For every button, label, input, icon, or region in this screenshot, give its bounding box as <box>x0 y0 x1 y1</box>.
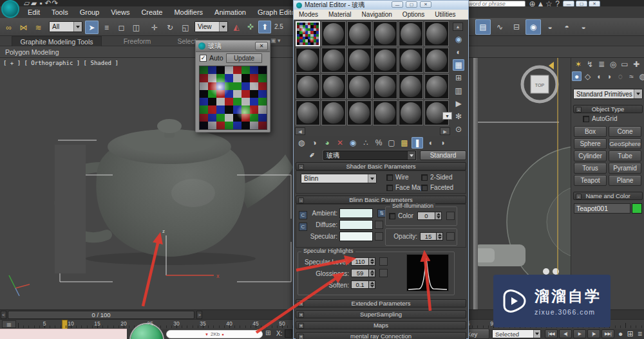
time-marker[interactable] <box>62 320 68 329</box>
scroll-right-icon[interactable]: ▶ <box>440 127 450 135</box>
curve-editor-icon[interactable]: ∿ <box>492 19 507 35</box>
specular-level-field[interactable]: 110 <box>351 257 369 266</box>
name-color-rollout[interactable]: -Name and Color <box>573 192 643 200</box>
create-tab-icon[interactable]: ✶ <box>573 59 583 69</box>
soften-spinner[interactable] <box>369 280 375 289</box>
menu-group[interactable]: Group <box>74 8 106 16</box>
slot-options-dropdown-icon[interactable]: ▼ <box>442 112 452 120</box>
modify-tab-icon[interactable]: ↯ <box>585 59 595 69</box>
coord-system-dropdown[interactable]: View <box>194 21 228 32</box>
mini-listener-icon[interactable]: ≡ <box>636 329 644 338</box>
open-mini-curve-icon[interactable]: ▦ <box>2 320 16 328</box>
motion-tab-icon[interactable]: ◎ <box>608 59 618 69</box>
shapes-category-icon[interactable]: ◇ <box>583 71 592 81</box>
pattern-background-icon[interactable]: ▩ <box>399 137 410 149</box>
faceted-checkbox[interactable] <box>421 185 428 191</box>
mental-ray-connection-rollout[interactable]: +mental ray Connection <box>296 332 466 339</box>
material-editor-titlebar[interactable]: Material Editor - 玻璃 — ▢ ✕ <box>294 1 468 10</box>
render-iterative-icon[interactable]: ◒ <box>576 19 591 35</box>
geosphere-button[interactable]: GeoSphere <box>609 138 641 149</box>
spacewarps-category-icon[interactable]: ≈ <box>627 71 636 81</box>
next-frame-button[interactable]: |▶ <box>587 329 600 338</box>
viewport-splitter[interactable] <box>473 58 478 309</box>
viewport-label[interactable]: [ + ] [ Orthographic ] [ Shaded ] <box>3 60 118 66</box>
lock-diffuse-specular-icon[interactable]: C <box>299 223 307 231</box>
specular-level-spinner[interactable] <box>369 257 375 266</box>
redo-icon[interactable]: ↷ <box>52 1 58 6</box>
menu-animation[interactable]: Animation <box>209 8 252 16</box>
material-name-dropdown[interactable]: 玻璃 <box>323 151 416 160</box>
systems-category-icon[interactable]: ◍ <box>638 71 644 81</box>
time-config-icon[interactable]: ⊞ <box>626 329 634 338</box>
mirror-icon[interactable]: ◭ <box>230 21 243 33</box>
pick-material-eyedropper-icon[interactable]: ✒ <box>307 149 318 160</box>
geometry-category-icon[interactable]: ● <box>572 71 582 81</box>
box-button[interactable]: Box <box>574 126 607 137</box>
glossiness-spinner[interactable] <box>369 269 375 277</box>
shader-basic-rollout[interactable]: -Shader Basic Parameters <box>296 162 466 170</box>
select-and-manipulate-icon[interactable]: ✜ <box>244 21 257 33</box>
background-icon[interactable]: ▦ <box>453 59 464 71</box>
open-file-icon[interactable]: ▰ <box>31 1 37 6</box>
viewport-top[interactable]: TOP <box>478 58 571 309</box>
window-crossing-icon[interactable]: ◫ <box>129 21 143 34</box>
close-icon[interactable]: ✕ <box>420 1 431 8</box>
prev-frame-button[interactable]: ◀| <box>559 329 572 338</box>
menu-modifiers[interactable]: Modifiers <box>168 8 209 16</box>
material-slot[interactable] <box>373 48 397 73</box>
scroll-up-icon[interactable]: ▲ <box>453 23 463 31</box>
wire-checkbox[interactable] <box>386 174 393 181</box>
make-unique-icon[interactable]: ◉ <box>347 137 359 149</box>
backlight-icon[interactable]: ◐ <box>453 46 464 58</box>
blinn-basic-rollout[interactable]: -Blinn Basic Parameters <box>296 196 466 204</box>
x-coord-field[interactable] <box>285 329 292 338</box>
ambient-color-swatch[interactable] <box>339 208 373 218</box>
close-icon[interactable]: ✕ <box>255 42 268 50</box>
render-production-icon[interactable]: ◓ <box>559 19 574 35</box>
teapot-button[interactable]: Teapot <box>574 175 607 186</box>
show-background-icon[interactable]: ▢ <box>386 137 397 149</box>
object-color-swatch[interactable] <box>632 203 642 214</box>
utilities-tab-icon[interactable]: ✚ <box>631 59 641 69</box>
update-button[interactable]: Update <box>226 53 262 63</box>
undo-icon[interactable]: ↶ <box>45 1 51 6</box>
torus-button[interactable]: Torus <box>574 163 607 174</box>
frame-forward-button[interactable]: > <box>196 311 202 319</box>
material-slot[interactable] <box>424 74 449 99</box>
glossiness-field[interactable]: 59 <box>351 269 369 277</box>
put-to-library-icon[interactable]: ∴ <box>360 137 372 149</box>
material-slot[interactable] <box>399 48 423 73</box>
menu-modes[interactable]: Modes <box>294 11 323 18</box>
sphere-button[interactable]: Sphere <box>574 138 607 149</box>
put-to-scene-icon[interactable]: ◑ <box>308 137 320 149</box>
material-slot[interactable] <box>296 48 320 73</box>
material-id-channel-icon[interactable]: % <box>373 137 384 149</box>
lock-ambient-diffuse-icon[interactable]: C <box>299 211 307 219</box>
tab-freeform[interactable]: Freeform <box>113 36 162 46</box>
snap-toggle[interactable]: 2.5 <box>274 23 283 30</box>
max-logo-icon[interactable] <box>1 0 19 18</box>
self-illum-color-checkbox[interactable] <box>389 213 395 219</box>
menu-options[interactable]: Options <box>397 11 430 18</box>
new-scene-icon[interactable]: ▱ <box>24 1 30 6</box>
specular-map-button[interactable] <box>375 232 383 241</box>
frame-back-button[interactable]: < <box>1 311 6 319</box>
show-end-result-icon[interactable]: ❚ <box>412 137 423 149</box>
schematic-view-icon[interactable]: ⊟ <box>509 19 524 35</box>
auto-checkbox[interactable]: ✓ <box>200 55 207 62</box>
material-slot[interactable] <box>321 74 346 99</box>
unlink-selection-icon[interactable]: ⋈ <box>17 21 30 34</box>
diffuse-map-button[interactable] <box>375 221 383 229</box>
key-filter-icon[interactable]: ● <box>616 329 625 338</box>
material-slot[interactable] <box>347 74 372 99</box>
helpers-category-icon[interactable]: ◌ <box>616 71 625 81</box>
menu-edit[interactable]: Edit <box>22 8 46 16</box>
two-sided-checkbox[interactable] <box>421 174 428 181</box>
rectangular-region-icon[interactable]: ◻ <box>115 21 128 34</box>
material-slot[interactable] <box>347 48 372 73</box>
material-slot[interactable] <box>399 74 423 99</box>
select-and-rotate-icon[interactable]: ↻ <box>163 21 177 35</box>
go-to-start-button[interactable]: |◀◀ <box>545 329 558 338</box>
menu-utilities[interactable]: Utilities <box>430 11 460 18</box>
menu-views[interactable]: Views <box>105 8 135 16</box>
